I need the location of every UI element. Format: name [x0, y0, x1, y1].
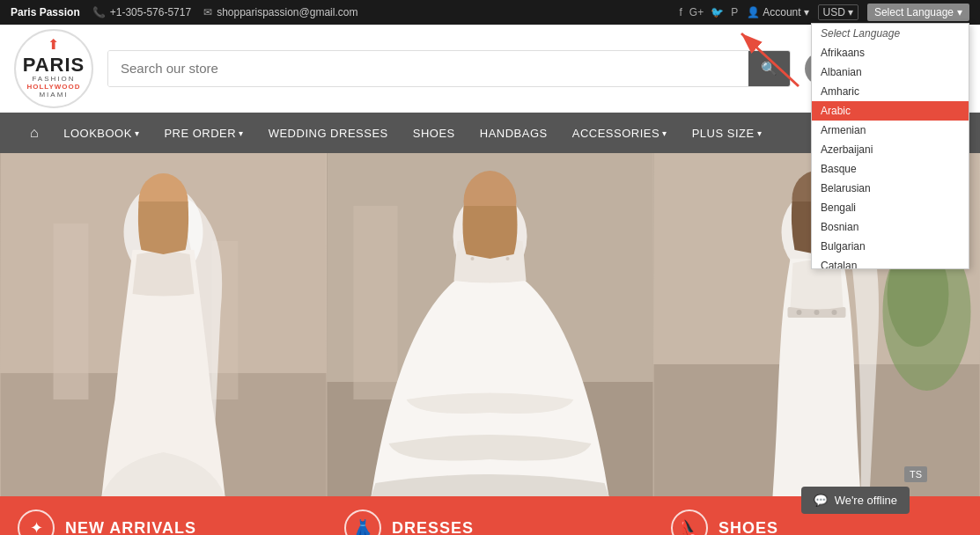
nav-shoes-label: SHOES [413, 127, 455, 140]
facebook-icon[interactable]: f [680, 6, 682, 18]
svg-point-22 [797, 310, 802, 315]
twitter-icon[interactable]: 🐦 [711, 6, 724, 18]
svg-rect-4 [54, 224, 89, 399]
chat-label: We're offline [835, 494, 897, 507]
chat-widget[interactable]: 💬 We're offline [801, 487, 910, 514]
language-dropdown: Select LanguageAfrikaansAlbanianAmharicA… [811, 23, 969, 269]
email-address: shopparispassion@gmail.com [217, 6, 357, 18]
lang-option-az[interactable]: Azerbaijani [812, 140, 969, 159]
dress-panel-1[interactable] [0, 153, 327, 496]
logo-miami-text: MIAMI [23, 92, 85, 99]
category-bar-new-arrivals[interactable]: ✦ NEW ARRIVALS [0, 496, 327, 535]
dresses-label: DRESSES [392, 519, 474, 536]
lang-option-be[interactable]: Belarusian [812, 179, 969, 198]
account-button[interactable]: 👤 Account ▾ [747, 6, 808, 18]
nav-item-lookbook[interactable]: LOOKBOOK ▾ [51, 113, 151, 153]
nav-item-shoes[interactable]: SHOES [401, 113, 468, 153]
language-chevron-icon: ▾ [957, 6, 962, 18]
site-logo[interactable]: ⬆ PARIS FASHION HOLLYWOOD MIAMI [14, 29, 93, 108]
svg-point-14 [506, 257, 510, 260]
dress-panel-2[interactable] [327, 153, 653, 496]
phone-icon: 📞 [92, 6, 106, 18]
top-bar-left: Paris Passion 📞 +1-305-576-5717 ✉ shoppa… [11, 6, 357, 18]
dress-image-2 [327, 153, 653, 496]
search-bar: 🔍 [107, 50, 791, 87]
home-icon: ⌂ [30, 125, 39, 141]
nav-plussize-arrow: ▾ [757, 128, 763, 138]
account-icon: 👤 [747, 6, 760, 18]
chat-icon: 💬 [814, 494, 828, 507]
email-link[interactable]: ✉ shopparispassion@gmail.com [203, 6, 357, 18]
nav-lookbook-arrow: ▾ [135, 128, 140, 138]
language-select-label: Select Language [874, 6, 954, 18]
phone-number: +1-305-576-5717 [110, 6, 191, 18]
lang-option-ca[interactable]: Catalan [812, 256, 969, 269]
top-bar: Paris Passion 📞 +1-305-576-5717 ✉ shoppa… [0, 0, 980, 25]
language-select-wrapper: Select Language ▾ Select LanguageAfrikaa… [867, 4, 969, 21]
googleplus-icon[interactable]: G+ [689, 6, 704, 18]
nav-item-handbags[interactable]: HANDBAGS [468, 113, 560, 153]
currency-chevron: ▾ [848, 6, 853, 18]
phone-link[interactable]: 📞 +1-305-576-5717 [92, 6, 191, 18]
currency-button[interactable]: USD ▾ [818, 4, 858, 20]
category-bar-dresses[interactable]: 👗 DRESSES [327, 496, 653, 535]
dresses-icon-circle: 👗 [344, 509, 381, 535]
search-input[interactable] [108, 51, 748, 86]
logo-paris-text: PARIS [23, 55, 85, 76]
dress-image-1 [0, 153, 327, 496]
nav-item-plussize[interactable]: PLUS SIZE ▾ [680, 113, 774, 153]
nav-preorder-label: PRE ORDER [164, 127, 236, 140]
nav-accessories-label: ACCESSORIES [572, 127, 659, 140]
eiffel-icon: ⬆ [23, 37, 85, 53]
nav-lookbook-label: LOOKBOOK [63, 127, 132, 140]
shoes-icon-circle: 👠 [671, 509, 708, 535]
new-arrivals-icon: ✦ [30, 518, 43, 535]
ts-badge[interactable]: TS [904, 466, 927, 482]
new-arrivals-icon-circle: ✦ [18, 509, 55, 535]
lang-option-hy[interactable]: Armenian [812, 121, 969, 140]
language-select-button[interactable]: Select Language ▾ [867, 4, 969, 21]
nav-wedding-label: WEDDING DRESSES [269, 127, 388, 140]
nav-item-wedding[interactable]: WEDDING DRESSES [256, 113, 401, 153]
email-icon: ✉ [203, 6, 212, 18]
nav-item-preorder[interactable]: PRE ORDER ▾ [151, 113, 255, 153]
lang-option-bs[interactable]: Bosnian [812, 217, 969, 237]
nav-item-accessories[interactable]: ACCESSORIES ▾ [560, 113, 680, 153]
lang-option-am[interactable]: Amharic [812, 82, 969, 101]
new-arrivals-label: NEW ARRIVALS [65, 519, 196, 536]
dresses-icon: 👗 [353, 518, 372, 535]
currency-label: USD [823, 6, 845, 18]
lang-option-bg[interactable]: Bulgarian [812, 237, 969, 256]
svg-point-23 [814, 310, 820, 315]
shoes-label: SHOES [718, 519, 778, 536]
lang-option-sq[interactable]: Albanian [812, 62, 969, 82]
nav-handbags-label: HANDBAGS [480, 127, 548, 140]
search-button[interactable]: 🔍 [748, 51, 790, 86]
nav-preorder-arrow: ▾ [239, 128, 244, 138]
site-name: Paris Passion [11, 6, 80, 18]
account-chevron: ▾ [804, 6, 809, 18]
top-bar-right: f G+ 🐦 P 👤 Account ▾ USD ▾ Select Langua… [680, 4, 969, 21]
svg-rect-10 [354, 206, 398, 399]
lang-option-ar[interactable]: Arabic [812, 101, 969, 121]
svg-point-24 [832, 310, 837, 315]
lang-option-bn[interactable]: Bengali [812, 198, 969, 217]
account-label: Account [763, 6, 800, 18]
nav-plussize-label: PLUS SIZE [692, 127, 755, 140]
search-icon: 🔍 [761, 61, 777, 76]
shoes-icon: 👠 [680, 518, 699, 535]
lang-option-select[interactable]: Select Language [812, 24, 969, 43]
nav-accessories-arrow: ▾ [662, 128, 667, 138]
pinterest-icon[interactable]: P [731, 6, 738, 18]
lang-option-eu[interactable]: Basque [812, 159, 969, 179]
social-icons: f G+ 🐦 P [680, 6, 739, 18]
ts-label: TS [910, 469, 922, 480]
svg-point-12 [471, 257, 475, 260]
nav-item-home[interactable]: ⌂ [18, 113, 51, 153]
lang-option-af[interactable]: Afrikaans [812, 43, 969, 62]
